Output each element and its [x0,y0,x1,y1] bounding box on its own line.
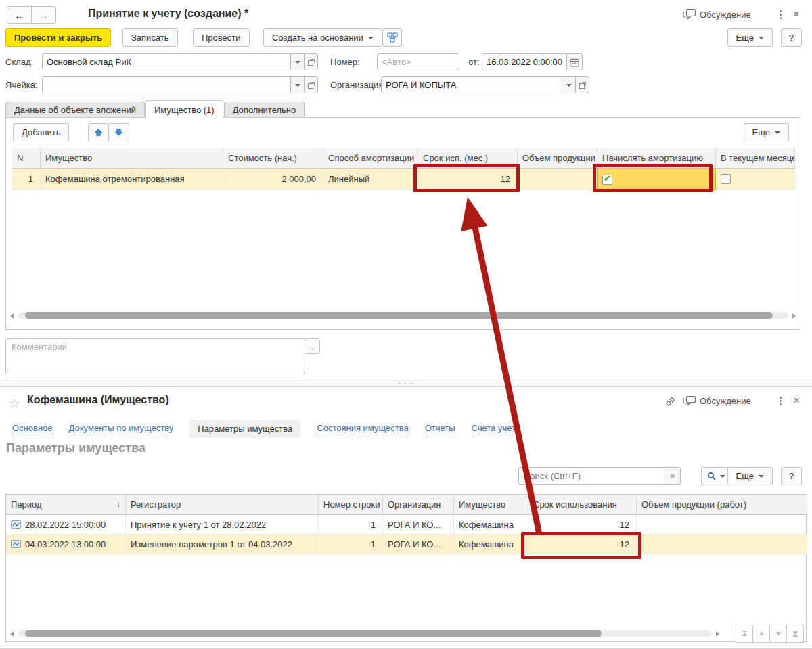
period-value: 04.03.2022 13:00:00 [25,539,106,550]
col-method[interactable]: Способ амортизации [323,148,418,169]
tab-investment-object[interactable]: Данные об объекте вложений [5,102,145,118]
cell-property[interactable]: Кофемашина [454,515,528,535]
back-button[interactable] [7,6,32,24]
create-based-on-button[interactable]: Создать на основании [263,28,382,47]
col-organization[interactable]: Организация [383,495,454,515]
search-clear-button[interactable]: × [664,467,681,485]
scroll-left-arrow[interactable] [10,631,14,637]
col-property[interactable]: Имущество [41,148,223,169]
organization-open-button[interactable] [575,76,589,93]
move-up-button[interactable] [88,123,109,141]
col-usage-term[interactable]: Срок использования [528,495,637,515]
arrow-down-icon [114,128,123,137]
post-and-close-button[interactable]: Провести и закрыть [5,28,111,47]
col-cost[interactable]: Стоимость (нач.) [223,148,323,169]
cell-registrar[interactable]: Изменение параметров 1 от 04.03.2022 [126,535,319,554]
cell-dropdown-button[interactable] [290,76,304,93]
discussion-link[interactable]: Обсуждение [700,396,751,406]
cell-organization[interactable]: РОГА И КО... [383,515,454,535]
more-label: Еще [736,471,754,481]
help-button-top[interactable]: ? [781,28,802,47]
go-down-button[interactable] [769,625,787,643]
discussion-icon[interactable] [683,395,696,407]
number-input[interactable] [377,53,459,70]
go-first-button[interactable] [736,625,753,643]
nav-link-main[interactable]: Основное [12,423,53,434]
organization-dropdown-button[interactable] [562,76,576,93]
discussion-link[interactable]: Обсуждение [700,9,751,20]
nav-link-documents[interactable]: Документы по имуществу [69,423,174,434]
nav-link-accounts[interactable]: Счета учета [472,423,521,434]
col-n[interactable]: N [12,148,41,169]
cell-period[interactable]: 28.02.2022 15:00:00 [6,515,126,535]
write-button[interactable]: Записать [122,28,178,47]
go-up-button[interactable] [752,625,770,643]
help-button-card[interactable]: ? [781,467,802,485]
tab-property[interactable]: Имущество (1) [145,100,223,118]
close-icon[interactable] [793,8,800,20]
nav-link-parameters[interactable]: Параметры имущества [189,420,300,438]
document-structure-button[interactable] [382,28,402,47]
comment-more-button[interactable]: ... [304,338,320,354]
cell-line-no[interactable]: 1 [319,535,383,554]
link-chain-icon[interactable] [664,396,676,407]
cell-property[interactable]: Кофемашина [454,535,528,554]
calendar-icon [570,58,579,67]
col-volume[interactable]: Объем продукции (работ) [637,495,807,515]
scroll-left-arrow[interactable] [10,313,14,319]
cell-period[interactable]: 04.03.2022 13:00:00 [6,535,126,554]
calendar-button[interactable] [566,53,583,70]
tab-additional[interactable]: Дополнительно [224,102,305,118]
scroll-right-arrow[interactable] [716,631,719,637]
col-property[interactable]: Имущество [454,495,528,515]
comment-input[interactable] [5,338,305,374]
cell-volume[interactable] [518,169,597,190]
cell-input[interactable] [42,76,291,93]
window-splitter[interactable] [0,380,812,387]
add-row-button[interactable]: Добавить [13,123,69,141]
forward-button[interactable] [31,6,56,24]
discussion-icon[interactable] [683,9,696,20]
annotation-box-term-top [413,164,520,192]
cell-property[interactable]: Кофемашина отремонтированная [41,169,223,190]
scrollbar-thumb[interactable] [25,312,773,319]
cell-registrar[interactable]: Принятие к учету 1 от 28.02.2022 [126,515,319,535]
menu-dots-icon[interactable] [775,9,785,20]
nav-link-reports[interactable]: Отчеты [425,423,455,434]
col-period[interactable]: Период [6,495,126,515]
date-input[interactable] [482,53,567,70]
cell-organization[interactable]: РОГА И КО... [383,535,454,554]
close-icon[interactable] [793,395,800,406]
col-volume[interactable]: Объем продукции [518,148,597,169]
warehouse-input[interactable] [42,53,291,70]
search-input[interactable] [518,467,664,485]
nav-link-states[interactable]: Состояния имущества [317,423,408,434]
more-button-grid[interactable]: Еще [744,123,789,141]
move-down-button[interactable] [108,123,129,141]
more-button-card[interactable]: Еще [727,467,773,485]
cell-method[interactable]: Линейный [323,169,418,190]
chevron-down-icon [759,37,764,39]
cell-in-current-month[interactable] [716,169,795,190]
col-line-no[interactable]: Номер строки [319,495,383,515]
more-label: Еще [736,32,754,43]
current-month-checkbox[interactable] [721,174,731,184]
menu-dots-icon[interactable] [775,395,785,406]
cell-open-button[interactable] [304,76,318,93]
cell-line-no[interactable]: 1 [319,515,383,535]
warehouse-dropdown-button[interactable] [290,53,304,70]
cell-volume[interactable] [637,535,807,554]
go-last-button[interactable] [786,625,804,643]
cell-cost[interactable]: 2 000,00 [223,169,323,190]
cell-volume[interactable] [637,515,807,535]
cell-n[interactable]: 1 [12,169,41,190]
favorite-star-icon[interactable] [8,395,20,411]
post-button[interactable]: Провести [193,28,250,47]
organization-input[interactable] [381,76,562,93]
warehouse-open-button[interactable] [304,53,318,70]
col-current-month[interactable]: В текущем месяце [716,148,795,169]
col-registrar[interactable]: Регистратор [126,495,319,515]
scroll-right-arrow[interactable] [792,313,796,319]
scrollbar-thumb[interactable] [25,630,602,637]
more-button-top[interactable]: Еще [727,28,773,47]
